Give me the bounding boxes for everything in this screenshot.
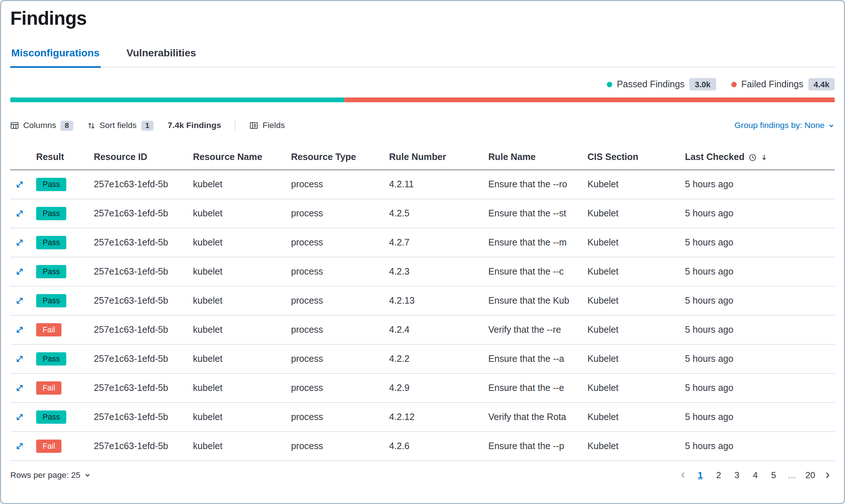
expand-row-button[interactable] — [10, 384, 24, 392]
expand-row-button[interactable] — [10, 180, 24, 188]
rows-per-page-button[interactable]: Rows per page: 25 — [10, 470, 91, 480]
pagination-page-20[interactable]: 20 — [802, 466, 819, 483]
resource-id-cell: 257e1c63-1efd-5b — [94, 208, 193, 219]
last-checked-cell: 5 hours ago — [685, 441, 835, 452]
sort-fields-count-badge: 1 — [141, 120, 154, 131]
expand-diagonal-icon — [16, 442, 24, 450]
result-badge: Fail — [36, 439, 62, 453]
passed-bar-segment — [10, 97, 344, 102]
tab-vulnerabilities[interactable]: Vulnerabilities — [125, 47, 197, 67]
column-header-resource-name[interactable]: Resource Name — [193, 152, 291, 163]
result-badge: Pass — [36, 236, 66, 249]
expand-diagonal-icon — [16, 209, 24, 217]
expand-diagonal-icon — [16, 297, 24, 305]
pagination-page-5[interactable]: 5 — [765, 466, 782, 483]
rule-name-cell: Ensure that the --a — [488, 353, 587, 364]
last-checked-cell: 5 hours ago — [685, 383, 835, 393]
failed-dot-icon — [731, 81, 737, 87]
rule-number-cell: 4.2.7 — [389, 237, 488, 248]
column-header-rule-name[interactable]: Rule Name — [488, 152, 587, 163]
pagination-page-1[interactable]: 1 — [692, 466, 709, 483]
table-row[interactable]: Pass 257e1c63-1efd-5b kubelet process 4.… — [10, 228, 835, 257]
pass-fail-distribution-bar — [10, 97, 835, 102]
expand-row-button[interactable] — [10, 442, 24, 450]
expand-row-button[interactable] — [10, 209, 24, 217]
pagination-page-4[interactable]: 4 — [747, 466, 763, 483]
tab-misconfigurations[interactable]: Misconfigurations — [10, 47, 100, 68]
resource-name-cell: kubelet — [193, 179, 291, 190]
column-header-last-checked[interactable]: Last Checked — [685, 152, 835, 163]
table-row[interactable]: Pass 257e1c63-1efd-5b kubelet process 4.… — [10, 199, 835, 228]
fields-button[interactable]: Fields — [250, 121, 285, 131]
cis-section-cell: Kubelet — [587, 237, 685, 248]
resource-type-cell: process — [291, 266, 389, 277]
rule-number-cell: 4.2.3 — [389, 266, 488, 277]
sort-arrows-icon — [87, 121, 95, 129]
clock-icon — [748, 153, 756, 161]
resource-type-cell: process — [291, 179, 389, 190]
resource-name-cell: kubelet — [193, 266, 291, 277]
resource-id-cell: 257e1c63-1efd-5b — [94, 179, 193, 190]
column-header-cis-section[interactable]: CIS Section — [587, 152, 685, 163]
passed-findings-count-badge: 3.0k — [689, 78, 716, 91]
rule-number-cell: 4.2.6 — [389, 441, 488, 452]
rule-name-cell: Ensure that the --p — [488, 441, 587, 452]
previous-page-button[interactable] — [676, 471, 690, 479]
group-by-label: Group findings by: None — [734, 121, 825, 131]
cis-section-cell: Kubelet — [587, 324, 685, 335]
table-row[interactable]: Fail 257e1c63-1efd-5b kubelet process 4.… — [10, 374, 835, 403]
last-checked-label: Last Checked — [685, 152, 745, 163]
table-row[interactable]: Fail 257e1c63-1efd-5b kubelet process 4.… — [10, 316, 835, 345]
resource-id-cell: 257e1c63-1efd-5b — [94, 383, 193, 393]
result-badge: Pass — [36, 352, 66, 366]
last-checked-cell: 5 hours ago — [685, 237, 835, 248]
rule-name-cell: Ensure that the --ro — [488, 179, 587, 190]
expand-row-button[interactable] — [10, 355, 24, 363]
resource-id-cell: 257e1c63-1efd-5b — [94, 266, 193, 277]
pagination-pages: 12345…20 — [692, 466, 818, 483]
pagination-page-3[interactable]: 3 — [729, 466, 745, 483]
chevron-left-icon — [679, 471, 687, 479]
table-row[interactable]: Pass 257e1c63-1efd-5b kubelet process 4.… — [10, 257, 835, 287]
group-findings-by-button[interactable]: Group findings by: None — [734, 121, 835, 131]
expand-diagonal-icon — [16, 384, 24, 392]
columns-count-badge: 8 — [60, 120, 73, 131]
findings-page: Findings Misconfigurations Vulnerabiliti… — [0, 0, 845, 504]
table-row[interactable]: Pass 257e1c63-1efd-5b kubelet process 4.… — [10, 345, 835, 374]
table-row[interactable]: Pass 257e1c63-1efd-5b kubelet process 4.… — [10, 170, 835, 199]
resource-name-cell: kubelet — [193, 208, 291, 219]
pagination: 12345…20 — [676, 466, 835, 483]
column-header-result[interactable]: Result — [36, 152, 94, 163]
table-row[interactable]: Pass 257e1c63-1efd-5b kubelet process 4.… — [10, 403, 835, 432]
expand-row-button[interactable] — [10, 297, 24, 305]
last-checked-cell: 5 hours ago — [685, 324, 835, 335]
cis-section-cell: Kubelet — [587, 441, 685, 452]
findings-legend: Passed Findings 3.0k Failed Findings 4.4… — [10, 78, 835, 91]
rule-name-cell: Verify that the Rota — [488, 412, 587, 423]
last-checked-cell: 5 hours ago — [685, 353, 835, 364]
sort-fields-button[interactable]: Sort fields 1 — [87, 120, 154, 131]
expand-row-button[interactable] — [10, 326, 24, 334]
next-page-button[interactable] — [820, 471, 835, 479]
expand-row-button[interactable] — [10, 413, 24, 421]
columns-button[interactable]: Columns 8 — [10, 120, 73, 131]
pagination-page-2[interactable]: 2 — [710, 466, 727, 483]
cis-section-cell: Kubelet — [587, 179, 685, 190]
table-body: Pass 257e1c63-1efd-5b kubelet process 4.… — [10, 170, 835, 461]
column-header-resource-type[interactable]: Resource Type — [291, 152, 389, 163]
table-row[interactable]: Pass 257e1c63-1efd-5b kubelet process 4.… — [10, 287, 835, 316]
table-row[interactable]: Fail 257e1c63-1efd-5b kubelet process 4.… — [10, 432, 835, 461]
resource-id-cell: 257e1c63-1efd-5b — [94, 353, 193, 364]
result-badge: Pass — [36, 177, 66, 191]
resource-name-cell: kubelet — [193, 324, 291, 335]
column-header-rule-number[interactable]: Rule Number — [389, 152, 488, 163]
expand-row-button[interactable] — [10, 239, 24, 247]
arrow-down-icon — [760, 153, 768, 161]
resource-name-cell: kubelet — [193, 353, 291, 364]
cis-section-cell: Kubelet — [587, 412, 685, 423]
expand-row-button[interactable] — [10, 268, 24, 276]
table-header-row: Result Resource ID Resource Name Resourc… — [10, 145, 835, 170]
last-checked-cell: 5 hours ago — [685, 266, 835, 277]
column-header-resource-id[interactable]: Resource ID — [94, 152, 193, 163]
chevron-down-icon — [84, 472, 91, 479]
